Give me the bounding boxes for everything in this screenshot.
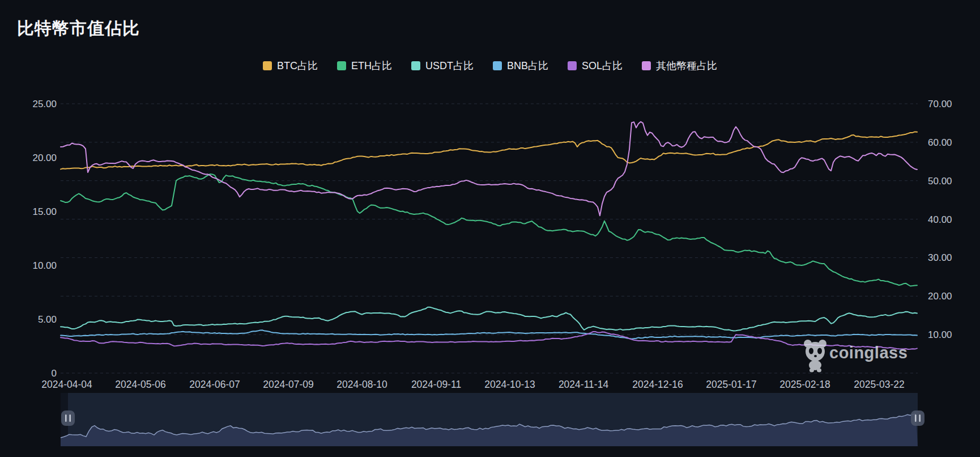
left-axis-tick-label: 5.00 bbox=[38, 314, 57, 325]
x-axis-date-label: 2024-06-07 bbox=[189, 379, 240, 390]
left-axis-tick-label: 25.00 bbox=[32, 99, 57, 109]
x-axis-date-label: 2024-12-16 bbox=[632, 379, 683, 390]
x-axis-date-label: 2025-03-22 bbox=[854, 379, 905, 390]
x-axis-date-label: 2025-02-18 bbox=[779, 379, 830, 390]
dominance-line-chart: 25.0020.0015.0010.005.00070.0060.0050.00… bbox=[0, 0, 980, 457]
x-axis-date-label: 2024-07-09 bbox=[263, 379, 314, 390]
plot-area[interactable] bbox=[61, 104, 918, 373]
right-axis-tick-label: 70.00 bbox=[928, 99, 952, 109]
right-axis-tick-label: 40.00 bbox=[928, 214, 952, 225]
left-axis-tick-label: 0 bbox=[52, 368, 57, 379]
x-axis-date-label: 2024-11-14 bbox=[559, 379, 608, 390]
left-axis-tick-label: 15.00 bbox=[32, 206, 57, 217]
right-axis-tick-label: 20.00 bbox=[928, 291, 952, 302]
x-axis-date-label: 2024-09-11 bbox=[411, 379, 461, 390]
x-axis-date-label: 2024-04-04 bbox=[41, 379, 92, 390]
x-axis-date-label: 2024-05-06 bbox=[115, 379, 166, 390]
watermark-brand-text: coinglass bbox=[829, 344, 907, 362]
right-axis-tick-label: 30.00 bbox=[928, 252, 952, 263]
left-axis-tick-label: 10.00 bbox=[32, 260, 57, 271]
x-axis-date-label: 2024-08-10 bbox=[336, 379, 387, 390]
left-axis-tick-label: 20.00 bbox=[32, 153, 57, 163]
navigator-handle-left[interactable] bbox=[61, 411, 75, 426]
x-axis-date-label: 2025-01-17 bbox=[706, 379, 757, 390]
right-axis-tick-label: 60.00 bbox=[928, 137, 952, 148]
right-axis-tick-label: 10.00 bbox=[928, 329, 952, 340]
x-axis-date-label: 2024-10-13 bbox=[484, 379, 535, 390]
navigator-handle-right[interactable] bbox=[911, 411, 924, 426]
right-axis-tick-label: 50.00 bbox=[928, 176, 952, 187]
dominance-chart-page: 比特幣市值佔比 BTC占比ETH占比USDT占比BNB占比SOL占比其他幣種占比… bbox=[0, 0, 980, 457]
